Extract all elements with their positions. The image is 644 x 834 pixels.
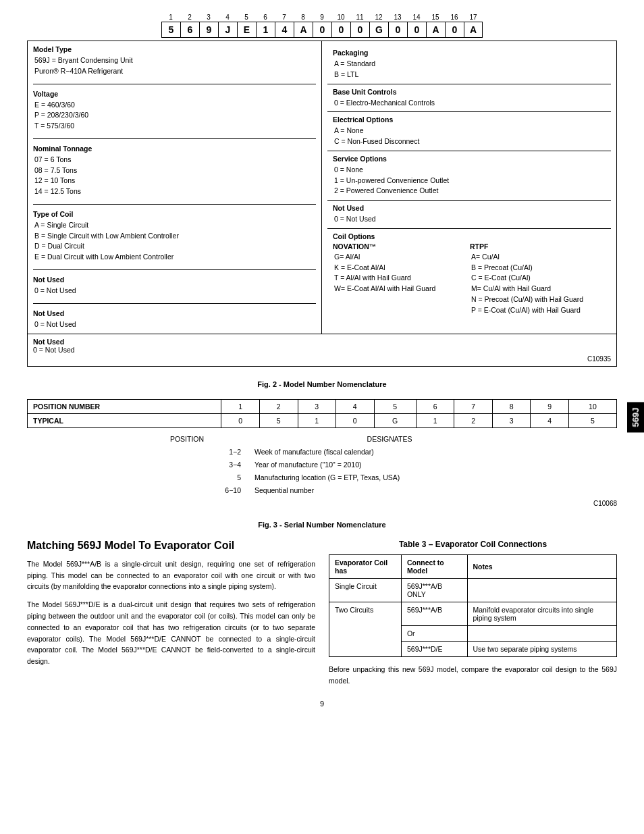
- evap-row-two-1: Two Circuits 569J***A/B Manifold evapora…: [329, 602, 617, 625]
- coil-type-item-1: A = Single Circuit: [34, 220, 316, 231]
- page-number: 9: [27, 700, 617, 708]
- position-values: 1−2 3−4 5 6−10: [119, 446, 254, 497]
- base-controls-title: Base Unit Controls: [333, 88, 606, 96]
- nomenclature-grid: Model Type 569J = Bryant Condensing Unit…: [27, 41, 617, 334]
- pos-row-2: 3−4: [119, 459, 241, 471]
- coil-rtpf-4: M= Cu/Al with Hail Guard: [471, 284, 606, 294]
- voltage-title: Voltage: [33, 90, 316, 98]
- evap-coil-single: Single Circuit: [329, 578, 402, 602]
- pos-4: 4: [336, 400, 375, 414]
- evap-header-row: Evaporator Coil has Connect to Model Not…: [329, 554, 617, 578]
- coil-type-item-4: E = Dual Circuit with Low Ambient Contro…: [34, 252, 316, 263]
- pos-7: 7: [454, 400, 493, 414]
- typ-5: G: [374, 414, 416, 428]
- pos-row-3: 5: [119, 471, 241, 484]
- coil-col-rtpf: RTPF A= Cu/Al B = Precoat (Cu/Al) C = E-…: [470, 242, 606, 316]
- service-options-section: Service Options 0 = None 1 = Un-powered …: [327, 151, 611, 201]
- table3-title: Table 3 – Evaporator Coil Connections: [329, 540, 617, 549]
- pos-3: 3: [298, 400, 336, 414]
- voltage-item-1: E = 460/3/60: [34, 100, 316, 111]
- coil-rtpf-6: P = E-Coat (Cu/Al) with Hail Guard: [471, 305, 606, 316]
- model-box-5: E: [237, 22, 256, 38]
- service-options-title: Service Options: [333, 155, 606, 163]
- evap-model-two-2: 569J***D/E: [401, 641, 467, 656]
- pos-6: 6: [416, 400, 454, 414]
- pos-9: 9: [531, 400, 569, 414]
- pos-row-4: 6−10: [119, 484, 241, 497]
- coil-options-title: Coil Options: [333, 232, 606, 240]
- service-item-1: 0 = None: [334, 165, 606, 176]
- serial-table: POSITION NUMBER 1 2 3 4 5 6 7 8 9 10 TYP…: [27, 399, 617, 428]
- coil-novation-2: K = E-Coat Al/Al: [334, 263, 468, 273]
- position-header: POSITION: [119, 435, 254, 443]
- designates-values: Week of manufacture (fiscal calendar) Ye…: [254, 446, 525, 497]
- serial-table-row-2: TYPICAL 0 5 1 0 G 1 2 3 4 5: [28, 414, 617, 428]
- not-used-left-1-item: 0 = Not Used: [34, 286, 316, 296]
- evap-notes-or: [467, 625, 616, 641]
- side-tab: 569J: [627, 402, 644, 432]
- model-boxes: 5 6 9 J E 1 4 A 0 0 0 G 0 0 A 0 A: [27, 22, 617, 38]
- electrical-options-section: Electrical Options A = None C = Non-Fuse…: [327, 112, 611, 151]
- c10935-number: C10935: [33, 355, 611, 363]
- voltage-item-2: P = 208/230/3/60: [34, 110, 316, 121]
- pos-5: 5: [374, 400, 416, 414]
- base-controls-section: Base Unit Controls 0 = Electro-Mechanica…: [327, 84, 611, 113]
- voltage-section: Voltage E = 460/3/60 P = 208/230/3/60 T …: [33, 90, 316, 132]
- serial-table-row-1: POSITION NUMBER 1 2 3 4 5 6 7 8 9 10: [28, 400, 617, 414]
- model-box-3: 9: [199, 22, 218, 38]
- model-box-11: 0: [350, 22, 369, 38]
- model-box-2: 6: [180, 22, 199, 38]
- evap-model-or: Or: [401, 625, 467, 641]
- des-row-1: Week of manufacture (fiscal calendar): [254, 446, 525, 459]
- evaporator-table: Evaporator Coil has Connect to Model Not…: [329, 554, 617, 657]
- model-type-item-2: Puron® R−410A Refrigerant: [34, 66, 316, 77]
- pos-row-1: 1−2: [119, 446, 241, 459]
- typ-8: 3: [492, 414, 531, 428]
- not-used-left-2-title: Not Used: [33, 309, 316, 317]
- pos-8: 8: [492, 400, 531, 414]
- evap-header-3: Notes: [467, 554, 616, 578]
- typ-4: 0: [336, 414, 375, 428]
- evap-notes-two-1: Manifold evaporator circuits into single…: [467, 602, 616, 625]
- model-box-13: 0: [388, 22, 407, 38]
- not-used-bottom-item: 0 = Not Used: [33, 346, 75, 354]
- matching-para-2: The Model 569J***D/E is a dual-circuit u…: [27, 599, 315, 667]
- model-type-item-1: 569J = Bryant Condensing Unit: [34, 55, 316, 66]
- not-used-left-2-item: 0 = Not Used: [34, 319, 316, 330]
- model-box-10: 0: [331, 22, 350, 38]
- not-used-right-section: Not Used 0 = Not Used: [327, 201, 611, 229]
- not-used-right-title: Not Used: [333, 204, 606, 212]
- serial-label-1: POSITION NUMBER: [28, 400, 221, 414]
- packaging-item-1: A = Standard: [334, 59, 606, 70]
- model-box-9: 0: [313, 22, 331, 38]
- pos-10: 10: [568, 400, 616, 414]
- model-type-title: Model Type: [33, 45, 316, 53]
- fig2-caption: Fig. 2 - Model Number Nomenclature: [27, 380, 617, 388]
- typ-3: 1: [298, 414, 336, 428]
- matching-para-1: The Model 569J***A/B is a single-circuit…: [27, 558, 315, 592]
- tonnage-item-1: 07 = 6 Tons: [34, 155, 316, 165]
- typ-6: 1: [416, 414, 454, 428]
- model-box-15: A: [426, 22, 445, 38]
- coil-rtpf-3: C = E-Coat (Cu/Al): [471, 273, 606, 284]
- typ-10: 5: [568, 414, 616, 428]
- model-box-7: 4: [275, 22, 294, 38]
- nomenclature-left: Model Type 569J = Bryant Condensing Unit…: [28, 41, 322, 334]
- tonnage-item-4: 14 = 12.5 Tons: [34, 186, 316, 197]
- not-used-bottom-title: Not Used: [33, 338, 64, 346]
- serial-label-2: TYPICAL: [28, 414, 221, 428]
- not-used-left-2: Not Used 0 = Not Used: [33, 309, 316, 330]
- tonnage-item-3: 12 = 10 Tons: [34, 176, 316, 186]
- pos-2: 2: [259, 400, 298, 414]
- coil-col-novation: NOVATION™ G= Al/Al K = E-Coat Al/Al T = …: [333, 242, 468, 316]
- model-box-14: 0: [407, 22, 426, 38]
- evap-model-two-1: 569J***A/B: [401, 602, 467, 625]
- model-box-16: 0: [445, 22, 464, 38]
- service-item-2: 1 = Un-powered Convenience Outlet: [334, 176, 606, 186]
- evap-coil-two: Two Circuits: [329, 602, 402, 656]
- model-box-8: A: [294, 22, 313, 38]
- pos-1: 1: [221, 400, 260, 414]
- matching-right: Table 3 – Evaporator Coil Connections Ev…: [329, 540, 617, 687]
- matching-section: Matching 569J Model To Evaporator Coil T…: [27, 540, 617, 687]
- matching-left: Matching 569J Model To Evaporator Coil T…: [27, 540, 315, 687]
